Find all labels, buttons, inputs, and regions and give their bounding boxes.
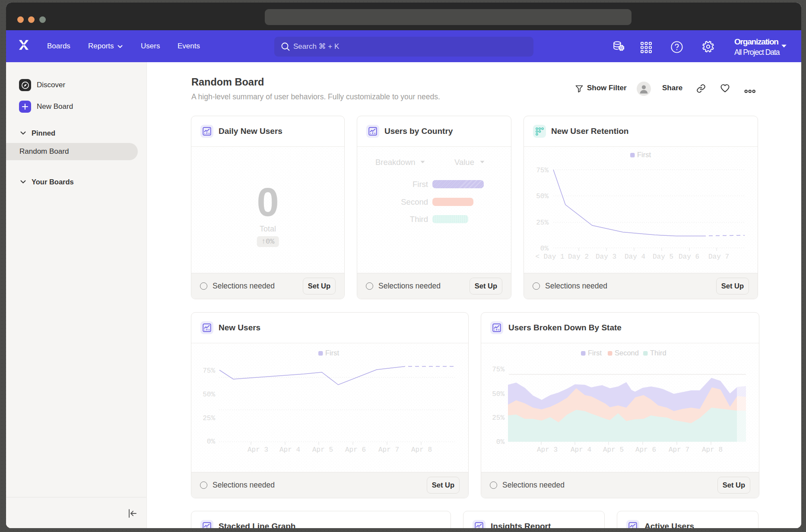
- svg-text:Apr 7: Apr 7: [669, 446, 689, 454]
- svg-text:0%: 0%: [496, 438, 505, 446]
- svg-text:50%: 50%: [203, 391, 215, 399]
- svg-text:First: First: [325, 349, 339, 357]
- svg-text:0%: 0%: [540, 245, 549, 253]
- svg-text:First: First: [637, 151, 651, 158]
- svg-text:Apr 5: Apr 5: [603, 446, 624, 454]
- svg-text:Apr 3: Apr 3: [248, 446, 268, 454]
- svg-text:Day 7: Day 7: [708, 253, 729, 261]
- svg-text:Day 4: Day 4: [625, 253, 645, 261]
- svg-text:First: First: [588, 349, 602, 357]
- svg-text:Second: Second: [615, 349, 639, 357]
- svg-text:Apr 8: Apr 8: [411, 446, 432, 454]
- svg-text:Apr 3: Apr 3: [537, 446, 558, 454]
- svg-text:50%: 50%: [536, 193, 549, 200]
- svg-text:Day 5: Day 5: [653, 253, 673, 261]
- svg-text:< Day 1: < Day 1: [535, 253, 564, 261]
- svg-text:Apr 6: Apr 6: [635, 446, 656, 454]
- svg-text:50%: 50%: [492, 390, 505, 398]
- svg-text:Apr 8: Apr 8: [702, 446, 723, 454]
- svg-text:25%: 25%: [536, 219, 549, 227]
- svg-text:25%: 25%: [492, 414, 505, 422]
- svg-text:Third: Third: [650, 349, 666, 357]
- svg-text:25%: 25%: [203, 415, 215, 422]
- svg-text:0%: 0%: [207, 438, 216, 446]
- svg-text:Apr 7: Apr 7: [378, 446, 399, 454]
- svg-text:Apr 6: Apr 6: [345, 446, 366, 454]
- svg-text:Day 6: Day 6: [679, 253, 699, 261]
- svg-text:Apr 4: Apr 4: [279, 446, 300, 454]
- svg-text:Apr 4: Apr 4: [571, 446, 591, 454]
- svg-text:Apr 5: Apr 5: [312, 446, 333, 454]
- svg-text:75%: 75%: [536, 167, 549, 174]
- svg-text:Day 2: Day 2: [568, 253, 589, 261]
- svg-text:75%: 75%: [492, 366, 505, 374]
- svg-text:Day 3: Day 3: [596, 253, 616, 261]
- svg-text:75%: 75%: [203, 367, 215, 375]
